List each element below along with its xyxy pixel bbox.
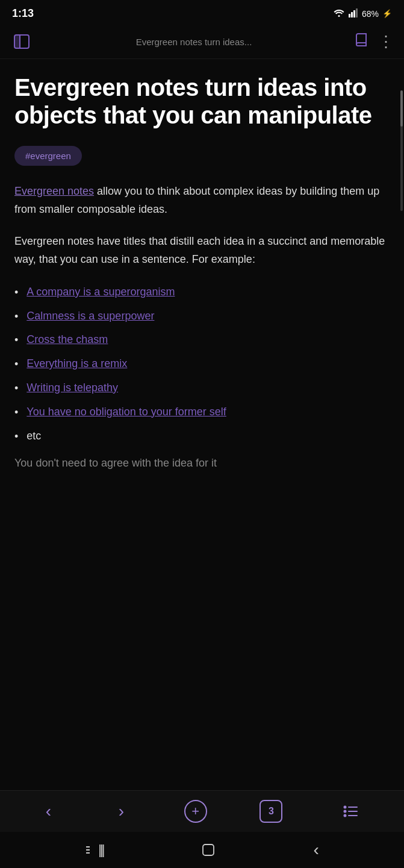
list-link-5[interactable]: Writing is telepathy <box>26 379 118 397</box>
status-time: 1:13 <box>12 7 34 20</box>
scrollbar-thumb <box>400 90 403 127</box>
intro-paragraph-2: Evergreen notes have titles that distill… <box>14 233 390 268</box>
count-label: 3 <box>269 806 274 817</box>
evergreen-notes-link[interactable]: Evergreen notes <box>14 185 94 197</box>
battery-level: 68% <box>362 9 379 19</box>
list-item: Everything is a remix <box>14 355 390 373</box>
list-link-3[interactable]: Cross the chasm <box>26 331 108 348</box>
list-link-2[interactable]: Calmness is a superpower <box>26 307 154 325</box>
page-title: Evergreen notes turn ideas into objects … <box>14 74 390 129</box>
more-options-icon[interactable]: ⋮ <box>378 33 394 51</box>
nav-title: Evergreen notes turn ideas... <box>34 37 354 47</box>
svg-rect-1 <box>351 12 353 17</box>
nav-right-icons: ⋮ <box>354 33 394 51</box>
svg-point-7 <box>344 806 347 809</box>
svg-rect-2 <box>353 10 355 17</box>
status-bar: 1:13 68% ⚡ <box>0 0 404 25</box>
etc-text: etc <box>26 427 41 445</box>
svg-rect-0 <box>349 14 350 17</box>
list-item: Writing is telepathy <box>14 379 390 397</box>
back-nav-button[interactable]: ‹ <box>313 840 319 860</box>
count-button[interactable]: 3 <box>259 800 282 823</box>
list-item: Cross the chasm <box>14 331 390 349</box>
svg-rect-16 <box>203 844 214 855</box>
add-icon: + <box>191 805 199 818</box>
home-button[interactable] <box>201 843 216 857</box>
list-item: A company is a superorganism <box>14 283 390 301</box>
svg-point-9 <box>344 810 347 813</box>
back-button[interactable]: ‹ <box>39 799 58 823</box>
list-item: Calmness is a superpower <box>14 307 390 326</box>
svg-rect-3 <box>356 8 358 17</box>
add-button[interactable]: + <box>184 800 207 823</box>
bottom-toolbar: ‹ › + 3 <box>0 790 404 832</box>
book-icon[interactable] <box>354 33 368 51</box>
main-content: Evergreen notes turn ideas into objects … <box>0 59 404 482</box>
list-link-4[interactable]: Everything is a remix <box>26 355 127 373</box>
svg-point-11 <box>344 814 347 817</box>
forward-button[interactable]: › <box>111 799 131 823</box>
list-item: etc <box>14 427 390 445</box>
example-list: A company is a superorganism Calmness is… <box>14 283 390 445</box>
signal-icon <box>349 8 358 19</box>
battery-icon: ⚡ <box>382 9 392 18</box>
scrollbar-track[interactable] <box>400 90 403 211</box>
recents-button[interactable]: ||| <box>85 842 103 858</box>
tag-badge[interactable]: #evergreen <box>14 146 82 166</box>
menu-button[interactable] <box>335 802 365 820</box>
partial-text: You don't need to agree with the idea fo… <box>14 457 390 482</box>
nav-bar: Evergreen notes turn ideas... ⋮ <box>0 25 404 59</box>
list-item: You have no obligation to your former se… <box>14 403 390 421</box>
tag-container: #evergreen <box>14 146 390 166</box>
svg-rect-5 <box>14 35 20 48</box>
intro-paragraph-1: Evergreen notes allow you to think about… <box>14 183 390 218</box>
sidebar-toggle-button[interactable] <box>10 30 34 54</box>
android-nav-bar: ||| ‹ <box>0 832 404 868</box>
status-icons: 68% ⚡ <box>333 8 392 19</box>
list-link-6[interactable]: You have no obligation to your former se… <box>26 403 226 421</box>
list-link-1[interactable]: A company is a superorganism <box>26 283 175 301</box>
wifi-icon <box>333 8 345 19</box>
